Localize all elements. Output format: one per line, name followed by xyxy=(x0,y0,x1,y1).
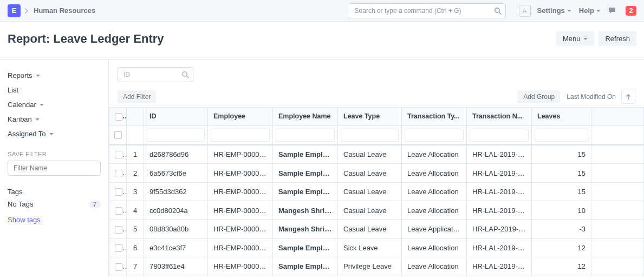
cell-id: 9f55d3d362 xyxy=(144,182,208,201)
cell-employee: HR-EMP-00001: ... xyxy=(208,182,273,201)
column-header-employee[interactable]: Employee xyxy=(208,108,273,126)
search-icon xyxy=(181,71,189,78)
breadcrumb-link[interactable]: Human Resources xyxy=(34,6,95,15)
table-row[interactable]: 26a5673cf6eHR-EMP-00001: ...Sample Emplo… xyxy=(109,164,644,183)
settings-menu[interactable]: Settings xyxy=(537,6,571,15)
cell-leave_type: Privilege Leave xyxy=(338,257,402,276)
sidebar-item-calendar[interactable]: Calendar xyxy=(8,97,101,112)
svg-point-0 xyxy=(495,8,499,12)
column-filter-input-employee_name[interactable] xyxy=(276,129,335,142)
search-input[interactable] xyxy=(348,3,506,18)
cell-transaction_name: HR-LAL-2019-0... xyxy=(467,182,532,201)
checkbox-icon xyxy=(114,131,122,139)
sidebar-item-kanban[interactable]: Kanban xyxy=(8,112,101,127)
column-header-transaction_name[interactable]: Transaction N... xyxy=(467,108,532,126)
row-checkbox[interactable] xyxy=(109,145,127,164)
column-header-leave_type[interactable]: Leave Type xyxy=(338,108,402,126)
row-checkbox[interactable] xyxy=(109,182,127,201)
column-header-transaction_type[interactable]: Transaction Ty... xyxy=(402,108,467,126)
cell-id: cc0d80204a xyxy=(144,201,208,220)
column-filter-input-transaction_name[interactable] xyxy=(470,129,529,142)
column-header-id[interactable]: ID xyxy=(144,108,208,126)
cell-leave_type: Casual Leave xyxy=(338,182,402,201)
filter-bar: Add Filter Add Group Last Modified On xyxy=(109,87,644,107)
cell-blank xyxy=(591,182,644,201)
cell-id: 08d830a80b xyxy=(144,220,208,238)
cell-blank xyxy=(591,164,644,183)
page-head: Report: Leave Ledger Entry Menu Refresh xyxy=(0,22,644,59)
notifications-badge[interactable]: 2 xyxy=(626,6,636,16)
column-filter-input-id[interactable] xyxy=(147,129,205,142)
select-all-header[interactable] xyxy=(109,108,127,126)
row-checkbox[interactable] xyxy=(109,164,127,183)
table-row[interactable]: 508d830a80bHR-EMP-00002:...Mangesh Shrir… xyxy=(109,220,644,238)
show-tags-link[interactable]: Show tags xyxy=(8,216,101,224)
cell-id: 7803ff61e4 xyxy=(144,257,208,276)
help-menu[interactable]: Help xyxy=(579,6,601,15)
app-logo[interactable]: E xyxy=(8,4,21,17)
column-filter-employee_name xyxy=(273,125,338,145)
table-row[interactable]: 39f55d3d362HR-EMP-00001: ...Sample Emplo… xyxy=(109,182,644,201)
row-number: 2 xyxy=(127,164,144,183)
row-number: 5 xyxy=(127,220,144,238)
table-row[interactable]: 1d268786d96HR-EMP-00001: ...Sample Emplo… xyxy=(109,145,644,164)
sidebar-item-label: Calendar xyxy=(8,101,36,109)
cell-employee_name: Mangesh Shrira... xyxy=(273,220,338,238)
chevron-down-icon xyxy=(583,38,588,40)
column-filter-input-leave_type[interactable] xyxy=(341,129,399,142)
column-filter-transaction_name xyxy=(467,125,532,145)
row-checkbox[interactable] xyxy=(109,201,127,220)
chat-icon[interactable] xyxy=(608,7,617,15)
cell-employee: HR-EMP-00001: ... xyxy=(208,257,273,276)
row-checkbox[interactable] xyxy=(109,220,127,238)
row-number: 6 xyxy=(127,238,144,257)
cell-employee: HR-EMP-00002:... xyxy=(208,220,273,238)
checkbox-icon xyxy=(115,113,122,121)
sort-field-label[interactable]: Last Modified On xyxy=(567,93,616,101)
table-row[interactable]: 77803ff61e4HR-EMP-00001: ...Sample Emplo… xyxy=(109,257,644,276)
tag-row-no-tags[interactable]: No Tags 7 xyxy=(8,200,101,208)
sidebar: ReportsListCalendarKanbanAssigned To SAV… xyxy=(0,59,108,276)
global-search xyxy=(348,3,506,18)
checkbox-icon xyxy=(115,151,122,158)
cell-id: d268786d96 xyxy=(144,145,208,164)
cell-transaction_name: HR-LAL-2019-0... xyxy=(467,201,532,220)
refresh-button[interactable]: Refresh xyxy=(599,31,636,46)
save-filter-label: SAVE FILTER xyxy=(8,151,101,157)
sidebar-item-assigned-to[interactable]: Assigned To xyxy=(8,127,101,141)
checkbox-icon xyxy=(115,263,122,271)
cell-blank xyxy=(591,220,644,238)
column-filter-input-transaction_type[interactable] xyxy=(405,129,464,142)
filter-name-input[interactable] xyxy=(8,161,101,176)
search-icon xyxy=(494,7,502,15)
sidebar-item-list[interactable]: List xyxy=(8,83,101,97)
cell-leave_type: Casual Leave xyxy=(338,145,402,164)
sidebar-item-label: List xyxy=(8,86,18,94)
breadcrumb-separator xyxy=(25,8,29,14)
cell-leaves: 12 xyxy=(532,238,591,257)
table-row[interactable]: 6e3c41ce3f7HR-EMP-00001: ...Sample Emplo… xyxy=(109,238,644,257)
row-number: 1 xyxy=(127,145,144,164)
column-header-employee_name[interactable]: Employee Name xyxy=(273,108,338,126)
row-checkbox[interactable] xyxy=(109,238,127,257)
checkbox-icon xyxy=(115,226,122,234)
cell-leaves: -3 xyxy=(532,220,591,238)
menu-button[interactable]: Menu xyxy=(556,31,595,46)
column-header-leaves[interactable]: Leaves xyxy=(532,108,591,126)
add-filter-button[interactable]: Add Filter xyxy=(118,90,156,103)
checkbox-icon xyxy=(115,244,122,252)
row-checkbox[interactable] xyxy=(109,257,127,276)
chevron-right-icon xyxy=(25,8,29,14)
table-row[interactable]: 4cc0d80204aHR-EMP-00002:...Mangesh Shrir… xyxy=(109,201,644,220)
column-filter-input-leaves[interactable] xyxy=(535,129,588,142)
add-group-button[interactable]: Add Group xyxy=(518,90,560,103)
cell-blank xyxy=(591,257,644,276)
sidebar-item-reports[interactable]: Reports xyxy=(8,68,101,83)
row-number: 3 xyxy=(127,182,144,201)
chevron-down-icon xyxy=(35,118,40,121)
tag-count: 7 xyxy=(89,201,101,208)
avatar[interactable]: A xyxy=(519,5,531,17)
column-filter-input-employee[interactable] xyxy=(211,129,270,142)
row-number: 4 xyxy=(127,201,144,220)
sort-direction-button[interactable] xyxy=(621,90,635,104)
